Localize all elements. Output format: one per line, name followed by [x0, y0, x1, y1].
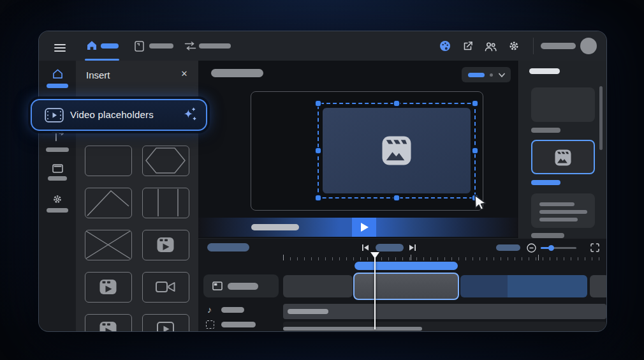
sparkle-icon	[180, 107, 198, 124]
diagonal-shape	[85, 188, 131, 217]
pages-panel	[518, 61, 607, 238]
placeholder-video-camera[interactable]	[142, 272, 189, 303]
selected-video-placeholder[interactable]	[318, 103, 476, 199]
export-button[interactable]	[462, 41, 473, 54]
page-selector-dropdown[interactable]	[462, 67, 511, 82]
rail-item-settings[interactable]	[52, 194, 62, 207]
current-time-pill	[376, 244, 404, 251]
timeline-clip-1[interactable]	[283, 275, 353, 297]
player-bar[interactable]	[198, 218, 518, 237]
settings-gear-icon	[508, 40, 520, 52]
media-clip-icon	[553, 148, 573, 167]
rail-text-label-pill	[46, 147, 69, 152]
palette-icon	[439, 40, 451, 52]
skip-next-icon[interactable]	[409, 244, 416, 251]
account-name-pill[interactable]	[541, 43, 576, 49]
tab-tools[interactable]	[184, 41, 196, 53]
video-camera-icon	[143, 273, 188, 301]
hamburger-icon	[54, 44, 66, 45]
clip-duration-bar[interactable]	[355, 262, 458, 270]
project-title-pill[interactable]	[211, 69, 263, 77]
resize-handle-ne[interactable]	[472, 101, 478, 106]
skip-previous-icon[interactable]	[362, 244, 369, 251]
timeline: ♪	[198, 238, 606, 332]
mouse-cursor	[472, 194, 488, 212]
share-members-button[interactable]	[485, 41, 497, 54]
film-clip-icon	[143, 230, 188, 259]
scene-3-label-pill	[531, 233, 564, 238]
close-icon[interactable]: ✕	[178, 68, 191, 80]
resize-handle-sw[interactable]	[316, 195, 321, 200]
timeline-title-pill	[207, 243, 249, 251]
placeholder-column-frame[interactable]	[142, 188, 189, 218]
scene-thumbnail-2-selected[interactable]	[531, 140, 595, 174]
timeline-hscrollbar[interactable]	[283, 327, 422, 331]
cross-shape	[85, 230, 131, 259]
rail-item-text[interactable]	[51, 131, 64, 145]
placeholder-play-frame[interactable]	[142, 314, 189, 332]
settings-button[interactable]	[508, 40, 520, 54]
rail-item-home[interactable]	[52, 69, 63, 81]
theme-button[interactable]	[439, 40, 451, 54]
resize-handle-nw[interactable]	[316, 101, 321, 106]
playhead-handle[interactable]	[370, 252, 379, 259]
resize-handle-s[interactable]	[394, 195, 399, 200]
resize-handle-w[interactable]	[316, 148, 321, 153]
duration-pill	[496, 244, 520, 251]
video-track-header[interactable]	[203, 274, 279, 297]
dropdown-dot	[490, 73, 493, 77]
placeholder-hexagon-frame[interactable]	[142, 146, 189, 176]
window-frame-icon	[52, 164, 63, 173]
tab-templates[interactable]	[135, 41, 144, 54]
placeholder-blank-frame[interactable]	[85, 146, 132, 176]
playhead-line[interactable]	[374, 257, 376, 329]
media-clip-icon	[379, 133, 414, 168]
placeholder-film-clip[interactable]	[85, 314, 132, 332]
audio-clip-label-pill	[288, 309, 328, 314]
rail-item-frames[interactable]	[52, 164, 63, 176]
timeline-clip-blue[interactable]	[460, 275, 587, 297]
resize-handle-e[interactable]	[472, 148, 478, 153]
topbar-divider	[533, 38, 534, 54]
zoom-slider-thumb[interactable]	[548, 245, 554, 251]
tune-icon	[184, 41, 196, 50]
export-icon	[462, 41, 473, 52]
fit-screen-icon[interactable]	[590, 243, 599, 252]
placeholder-film-clip[interactable]	[85, 272, 132, 303]
placeholder-film-clip[interactable]	[142, 230, 189, 260]
chevron-down-icon	[498, 73, 506, 78]
desktop-background: Insert ✕	[0, 0, 644, 360]
video-placeholders-menu-item[interactable]: Video placeholders	[31, 99, 207, 131]
tools-tab-label-pill	[199, 43, 231, 49]
dashed-track-icon	[206, 320, 214, 329]
audio-clip-bar[interactable]	[283, 304, 606, 319]
scene-thumbnail-3[interactable]	[531, 193, 595, 228]
panel-scrollbar[interactable]	[599, 86, 603, 150]
rail-home-label-pill	[47, 84, 68, 88]
insert-panel-title: Insert	[86, 70, 110, 80]
play-triangle-icon	[361, 223, 369, 232]
resize-handle-n[interactable]	[394, 101, 399, 106]
template-icon	[135, 41, 144, 52]
placeholder-cross-frame[interactable]	[85, 230, 132, 260]
rail-settings-label-pill	[47, 208, 68, 213]
scene-thumbnail-1[interactable]	[531, 87, 595, 122]
video-placeholders-label: Video placeholders	[70, 100, 154, 130]
user-avatar[interactable]	[580, 38, 597, 54]
zoom-out-icon[interactable]	[527, 243, 536, 253]
play-button[interactable]	[352, 218, 376, 237]
hamburger-menu-button[interactable]	[54, 42, 66, 54]
rail-frames-label-pill	[48, 176, 67, 181]
scene-1-label-pill	[531, 128, 560, 133]
hexagon-shape	[143, 146, 188, 175]
timeline-clip-sliver[interactable]	[590, 275, 606, 297]
timeline-ruler-major-ticks	[283, 255, 604, 260]
film-clip-icon	[85, 273, 131, 301]
music-note-icon: ♪	[207, 304, 215, 315]
rail-gear-icon	[52, 194, 62, 204]
timeline-clip-selected[interactable]	[353, 273, 459, 300]
tab-home[interactable]	[86, 40, 98, 53]
columns-shape	[143, 188, 188, 217]
placeholder-diagonal-frame[interactable]	[85, 188, 132, 218]
topbar	[39, 31, 606, 61]
